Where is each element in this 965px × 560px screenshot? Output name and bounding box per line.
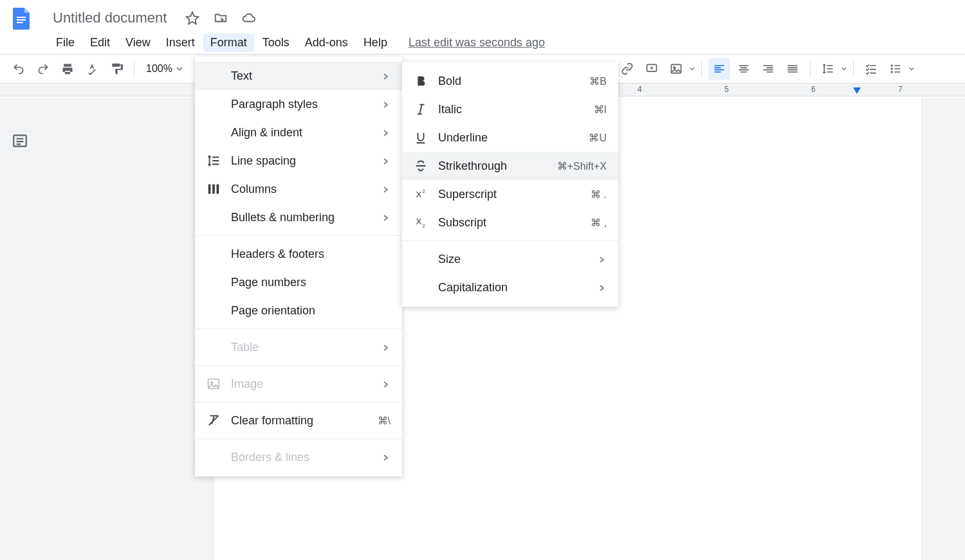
menu-file[interactable]: File — [49, 33, 82, 52]
svg-point-14 — [211, 382, 213, 384]
menu-addons[interactable]: Add-ons — [298, 33, 355, 52]
menu-help[interactable]: Help — [356, 33, 394, 52]
submenu-arrow-icon — [383, 341, 391, 354]
menu-edit[interactable]: Edit — [83, 33, 117, 52]
svg-rect-12 — [217, 185, 219, 194]
menu-item-label: Line spacing — [231, 154, 374, 168]
toolbar-separator — [701, 61, 702, 77]
text-submenu-item-size[interactable]: Size — [402, 245, 618, 273]
line-spacing-icon — [205, 152, 222, 169]
menu-item-label: Text — [231, 69, 374, 83]
blank-icon — [205, 68, 222, 84]
align-right-button[interactable] — [757, 58, 779, 80]
menu-view[interactable]: View — [118, 33, 158, 52]
menu-item-label: Image — [231, 377, 374, 391]
format-menu-item-line-spacing[interactable]: Line spacing — [195, 147, 402, 175]
text-submenu-item-subscript[interactable]: X2Subscript⌘ , — [402, 208, 618, 237]
document-title[interactable]: Untitled document — [53, 10, 167, 26]
zoom-dropdown[interactable]: 100% — [141, 60, 188, 77]
text-submenu-item-underline[interactable]: Underline⌘U — [402, 123, 618, 152]
menu-item-label: Bold — [438, 75, 580, 88]
blank-icon — [412, 279, 429, 296]
text-submenu-item-superscript[interactable]: X2Superscript⌘ . — [402, 180, 618, 208]
menu-item-label: Paragraph styles — [231, 98, 374, 111]
svg-rect-0 — [17, 17, 26, 18]
italic-icon — [412, 101, 429, 118]
docs-logo-icon[interactable] — [10, 6, 33, 30]
menu-bar: File Edit View Insert Format Tools Add-o… — [0, 31, 965, 54]
ruler-indent-marker[interactable] — [853, 87, 861, 94]
chevron-down-icon[interactable] — [841, 66, 847, 71]
text-submenu-dropdown: Bold⌘BItalic⌘IUnderline⌘UStrikethrough⌘+… — [402, 62, 618, 307]
blank-icon — [412, 251, 429, 267]
print-button[interactable] — [57, 58, 78, 80]
submenu-arrow-icon — [383, 451, 391, 464]
format-menu-item-paragraph-styles[interactable]: Paragraph styles — [195, 90, 402, 118]
svg-text:2: 2 — [423, 223, 425, 229]
move-icon[interactable] — [213, 10, 228, 26]
menu-separator — [402, 240, 618, 241]
text-submenu-item-strikethrough[interactable]: Strikethrough⌘+Shift+X — [402, 152, 618, 180]
format-menu-item-align-indent[interactable]: Align & indent — [195, 118, 402, 147]
chevron-down-icon[interactable] — [909, 66, 914, 71]
zoom-value: 100% — [146, 63, 172, 75]
menu-separator — [195, 235, 402, 236]
menu-item-label: Capitalization — [438, 281, 590, 294]
menu-tools[interactable]: Tools — [255, 33, 297, 52]
submenu-arrow-icon — [599, 281, 607, 294]
format-menu-item-image: Image — [195, 370, 402, 398]
format-menu-item-columns[interactable]: Columns — [195, 175, 402, 203]
menu-item-label: Table — [231, 341, 374, 354]
insert-link-button[interactable] — [616, 58, 638, 80]
menu-item-label: Underline — [438, 131, 580, 145]
redo-button[interactable] — [32, 58, 54, 80]
menu-item-shortcut: ⌘ , — [591, 217, 607, 229]
checklist-button[interactable] — [860, 58, 882, 80]
format-menu-item-clear-formatting[interactable]: Clear formatting⌘\ — [195, 406, 402, 435]
menu-separator — [195, 365, 402, 366]
menu-item-shortcut: ⌘I — [594, 104, 607, 116]
format-menu-item-headers-footers[interactable]: Headers & footers — [195, 240, 402, 268]
undo-button[interactable] — [8, 58, 30, 80]
outline-icon[interactable] — [12, 132, 30, 150]
submenu-arrow-icon — [383, 377, 391, 391]
svg-text:X: X — [416, 190, 422, 199]
bulleted-list-button[interactable] — [885, 58, 906, 80]
last-edit-info[interactable]: Last edit was seconds ago — [409, 36, 545, 50]
paint-format-button[interactable] — [106, 58, 127, 80]
svg-rect-1 — [17, 19, 26, 21]
spellcheck-button[interactable] — [81, 58, 103, 80]
align-justify-button[interactable] — [782, 58, 804, 80]
menu-item-label: Align & indent — [231, 126, 374, 140]
toolbar-separator — [134, 61, 134, 77]
svg-rect-11 — [212, 185, 215, 194]
chevron-down-icon[interactable] — [690, 66, 695, 71]
cloud-status-icon[interactable] — [241, 10, 257, 26]
align-left-button[interactable] — [708, 58, 730, 80]
insert-image-button[interactable] — [665, 58, 687, 80]
left-sidebar — [0, 98, 41, 150]
menu-item-label: Strikethrough — [438, 159, 548, 173]
insert-comment-button[interactable] — [641, 58, 663, 80]
blank-icon — [205, 96, 222, 113]
menu-insert[interactable]: Insert — [159, 33, 202, 52]
submenu-arrow-icon — [383, 98, 391, 111]
text-submenu-item-italic[interactable]: Italic⌘I — [402, 95, 618, 123]
star-icon[interactable] — [185, 10, 200, 26]
line-spacing-button[interactable] — [817, 58, 839, 80]
format-menu-item-text[interactable]: Text — [195, 62, 402, 90]
submenu-arrow-icon — [383, 69, 391, 83]
menu-separator — [195, 402, 402, 402]
format-menu-item-page-orientation[interactable]: Page orientation — [195, 296, 402, 325]
submenu-arrow-icon — [383, 126, 391, 140]
menu-item-shortcut: ⌘+Shift+X — [557, 160, 607, 172]
text-submenu-item-capitalization[interactable]: Capitalization — [402, 273, 618, 302]
menu-separator — [195, 438, 402, 439]
text-submenu-item-bold[interactable]: Bold⌘B — [402, 67, 618, 95]
blank-icon — [205, 209, 222, 226]
menu-format[interactable]: Format — [203, 33, 254, 52]
format-menu-item-bullets-numbering[interactable]: Bullets & numbering — [195, 203, 402, 231]
align-center-button[interactable] — [733, 58, 755, 80]
format-menu-item-page-numbers[interactable]: Page numbers — [195, 268, 402, 296]
svg-point-7 — [890, 68, 892, 69]
